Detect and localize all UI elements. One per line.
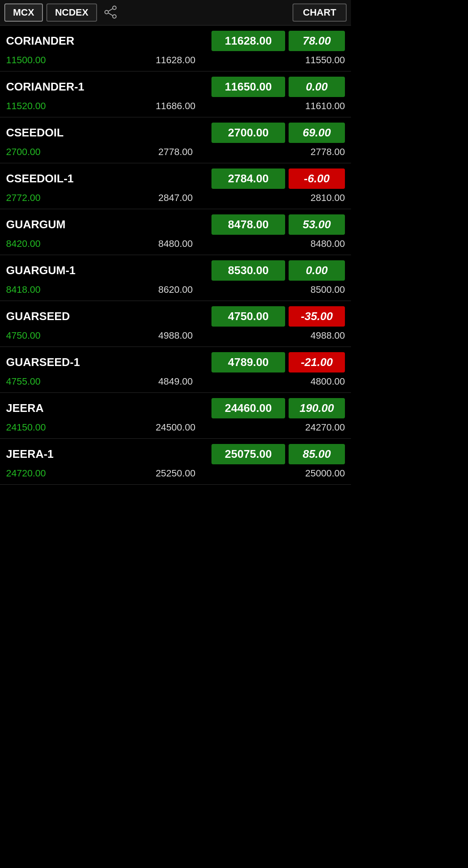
prev-value: 4755.00 — [6, 376, 119, 387]
commodity-name: GUARSEED-1 — [6, 356, 208, 369]
change-badge: 0.00 — [289, 77, 345, 97]
low-value: 25000.00 — [232, 468, 345, 479]
high-value: 25250.00 — [119, 468, 232, 479]
high-value: 24500.00 — [119, 422, 232, 433]
change-badge: 69.00 — [289, 123, 345, 143]
low-value: 4800.00 — [232, 376, 345, 387]
commodity-row-top: GUARSEED-14789.00-21.00 — [0, 347, 351, 374]
svg-point-1 — [105, 10, 108, 14]
high-value: 2847.00 — [119, 192, 232, 204]
change-badge: 0.00 — [289, 260, 345, 281]
ncdex-button[interactable]: NCDEX — [46, 3, 97, 22]
prev-value: 11520.00 — [6, 100, 119, 112]
price-badge: 4789.00 — [211, 352, 285, 372]
commodity-name: GUARSEED — [6, 310, 208, 323]
prev-value: 2700.00 — [6, 146, 119, 158]
prev-value: 8418.00 — [6, 284, 119, 295]
commodity-row-top: CSEEDOIL-12784.00-6.00 — [0, 163, 351, 191]
commodity-section: GUARSEED-14789.00-21.004755.004849.00480… — [0, 347, 351, 393]
commodity-name: CSEEDOIL-1 — [6, 172, 208, 185]
prev-value: 8420.00 — [6, 238, 119, 249]
commodity-row-bottom: 2772.002847.002810.00 — [0, 191, 351, 209]
prev-value: 24150.00 — [6, 422, 119, 433]
high-value: 4988.00 — [119, 330, 232, 341]
price-badge: 8530.00 — [211, 260, 285, 281]
commodity-row-top: JEERA-125075.0085.00 — [0, 439, 351, 466]
prev-value: 24720.00 — [6, 468, 119, 479]
low-value: 2778.00 — [232, 146, 345, 158]
price-badge: 8478.00 — [211, 214, 285, 235]
high-value: 4849.00 — [119, 376, 232, 387]
commodity-row-top: CORIANDER-111650.000.00 — [0, 71, 351, 99]
change-badge: -6.00 — [289, 168, 345, 189]
commodity-row-bottom: 24150.0024500.0024270.00 — [0, 420, 351, 438]
commodity-section: CORIANDER-111650.000.0011520.0011686.001… — [0, 71, 351, 117]
commodity-row-top: JEERA24460.00190.00 — [0, 393, 351, 420]
low-value: 4988.00 — [232, 330, 345, 341]
low-value: 24270.00 — [232, 422, 345, 433]
commodity-row-bottom: 2700.002778.002778.00 — [0, 145, 351, 163]
high-value: 8620.00 — [119, 284, 232, 295]
commodity-row-bottom: 4755.004849.004800.00 — [0, 374, 351, 392]
svg-point-0 — [113, 6, 116, 10]
commodity-row-bottom: 4750.004988.004988.00 — [0, 328, 351, 347]
commodity-name: JEERA — [6, 402, 208, 415]
commodity-row-top: CORIANDER11628.0078.00 — [0, 26, 351, 53]
svg-line-3 — [108, 9, 113, 11]
change-badge: 78.00 — [289, 31, 345, 51]
share-button[interactable] — [101, 4, 120, 22]
price-badge: 11628.00 — [211, 31, 285, 51]
change-badge: -21.00 — [289, 352, 345, 372]
price-badge: 11650.00 — [211, 77, 285, 97]
header: MCX NCDEX CHART — [0, 0, 351, 26]
high-value: 8480.00 — [119, 238, 232, 249]
commodity-row-top: GUARSEED4750.00-35.00 — [0, 301, 351, 328]
price-badge: 2700.00 — [211, 123, 285, 143]
change-badge: 190.00 — [289, 398, 345, 418]
commodity-name: GUARGUM-1 — [6, 264, 208, 277]
commodity-section: GUARSEED4750.00-35.004750.004988.004988.… — [0, 301, 351, 347]
high-value: 11686.00 — [119, 100, 232, 112]
commodity-row-top: GUARGUM8478.0053.00 — [0, 209, 351, 236]
chart-button[interactable]: CHART — [292, 3, 347, 22]
prev-value: 2772.00 — [6, 192, 119, 204]
change-badge: 85.00 — [289, 444, 345, 464]
commodity-row-bottom: 8420.008480.008480.00 — [0, 236, 351, 255]
commodity-section: CORIANDER11628.0078.0011500.0011628.0011… — [0, 26, 351, 71]
commodity-name: JEERA-1 — [6, 447, 208, 461]
price-badge: 2784.00 — [211, 168, 285, 189]
commodity-row-bottom: 11520.0011686.0011610.00 — [0, 99, 351, 117]
high-value: 2778.00 — [119, 146, 232, 158]
low-value: 11610.00 — [232, 100, 345, 112]
commodity-section: JEERA-125075.0085.0024720.0025250.002500… — [0, 439, 351, 485]
low-value: 8480.00 — [232, 238, 345, 249]
low-value: 11550.00 — [232, 55, 345, 66]
low-value: 8500.00 — [232, 284, 345, 295]
svg-line-4 — [108, 13, 113, 16]
prev-value: 11500.00 — [6, 55, 119, 66]
commodity-row-top: GUARGUM-18530.000.00 — [0, 255, 351, 282]
commodity-row-bottom: 24720.0025250.0025000.00 — [0, 466, 351, 484]
mcx-button[interactable]: MCX — [4, 3, 43, 22]
commodity-section: GUARGUM-18530.000.008418.008620.008500.0… — [0, 255, 351, 301]
commodity-name: CORIANDER — [6, 34, 208, 48]
commodity-row-bottom: 8418.008620.008500.00 — [0, 282, 351, 301]
svg-point-2 — [113, 15, 116, 18]
high-value: 11628.00 — [119, 55, 232, 66]
commodity-section: JEERA24460.00190.0024150.0024500.0024270… — [0, 393, 351, 439]
commodity-row-bottom: 11500.0011628.0011550.00 — [0, 53, 351, 71]
prev-value: 4750.00 — [6, 330, 119, 341]
commodities-list: CORIANDER11628.0078.0011500.0011628.0011… — [0, 26, 351, 485]
commodity-name: GUARGUM — [6, 218, 208, 231]
price-badge: 4750.00 — [211, 306, 285, 327]
commodity-row-top: CSEEDOIL2700.0069.00 — [0, 117, 351, 145]
low-value: 2810.00 — [232, 192, 345, 204]
price-badge: 24460.00 — [211, 398, 285, 418]
commodity-section: CSEEDOIL2700.0069.002700.002778.002778.0… — [0, 117, 351, 163]
commodity-section: CSEEDOIL-12784.00-6.002772.002847.002810… — [0, 163, 351, 209]
price-badge: 25075.00 — [211, 444, 285, 464]
change-badge: -35.00 — [289, 306, 345, 327]
commodity-name: CORIANDER-1 — [6, 80, 208, 94]
commodity-section: GUARGUM8478.0053.008420.008480.008480.00 — [0, 209, 351, 255]
commodity-name: CSEEDOIL — [6, 126, 208, 139]
